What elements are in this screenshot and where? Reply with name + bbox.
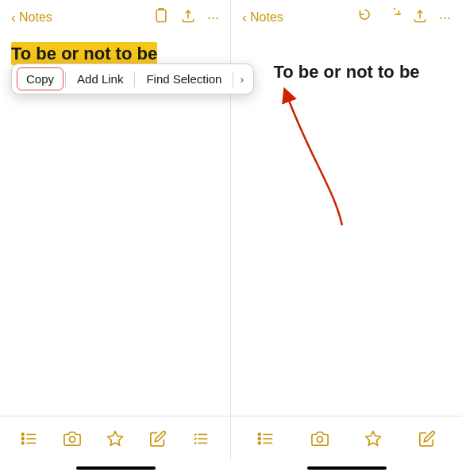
home-indicator-left <box>76 466 156 470</box>
chevron-left-icon: ‹ <box>11 10 16 26</box>
copy-menu-item[interactable]: Copy <box>17 67 64 90</box>
selected-text[interactable]: To be or not to be <box>11 42 157 65</box>
toolbar-right <box>231 416 462 460</box>
checklist-icon-right[interactable] <box>257 430 275 447</box>
menu-separator-1 <box>65 71 66 87</box>
svg-point-6 <box>21 433 24 436</box>
note-title: To be or not to be <box>245 62 448 83</box>
svg-marker-21 <box>366 431 380 444</box>
camera-icon-left[interactable] <box>64 430 81 447</box>
svg-point-18 <box>258 437 260 440</box>
svg-point-8 <box>21 442 24 444</box>
left-panel: ‹ Notes ··· <box>0 0 231 416</box>
menu-separator-2 <box>134 71 135 87</box>
menu-separator-3 <box>233 71 233 87</box>
right-content: To be or not to be <box>231 35 462 416</box>
svg-point-7 <box>21 437 24 440</box>
home-indicator-right <box>307 466 387 470</box>
find-selection-menu-item[interactable]: Find Selection <box>137 67 231 90</box>
detail-icon-left[interactable] <box>192 430 210 447</box>
more-icon[interactable]: ··· <box>207 10 219 26</box>
share-icon[interactable] <box>153 8 169 28</box>
right-notes-back-button[interactable]: ‹ Notes <box>242 10 283 26</box>
notes-back-button[interactable]: ‹ Notes <box>11 10 52 26</box>
redo-icon[interactable] <box>385 8 401 28</box>
right-more-icon[interactable]: ··· <box>439 10 451 26</box>
checklist-icon-left[interactable] <box>21 430 38 447</box>
svg-point-20 <box>317 436 322 442</box>
right-header: ‹ Notes <box>231 0 462 35</box>
toolbar-left <box>0 416 231 460</box>
left-header: ‹ Notes ··· <box>0 0 230 35</box>
more-menu-chevron[interactable]: › <box>235 68 248 90</box>
right-back-label: Notes <box>250 10 283 25</box>
camera-icon-right[interactable] <box>311 430 329 447</box>
home-indicator-container <box>0 460 462 476</box>
right-panel: ‹ Notes <box>231 0 462 416</box>
add-link-menu-item[interactable]: Add Link <box>67 67 133 90</box>
compose-icon-right[interactable] <box>418 430 436 447</box>
markup-icon-right[interactable] <box>364 430 382 447</box>
left-header-icons: ··· <box>153 8 219 28</box>
red-arrow <box>271 79 366 229</box>
undo-icon[interactable] <box>358 8 374 28</box>
svg-rect-0 <box>156 10 166 21</box>
svg-marker-10 <box>108 431 122 444</box>
right-header-icons: ··· <box>358 8 451 28</box>
compose-icon-left[interactable] <box>149 430 167 447</box>
markup-icon-left[interactable] <box>106 430 124 447</box>
bottom-toolbar <box>0 416 462 460</box>
svg-point-17 <box>258 433 260 436</box>
back-label: Notes <box>19 10 52 25</box>
right-chevron-left-icon: ‹ <box>242 10 247 26</box>
upload-icon[interactable] <box>180 8 196 28</box>
svg-point-9 <box>69 436 75 442</box>
right-upload-icon[interactable] <box>412 8 428 28</box>
context-menu: Copy Add Link Find Selection › <box>11 63 254 94</box>
svg-point-19 <box>258 442 260 444</box>
